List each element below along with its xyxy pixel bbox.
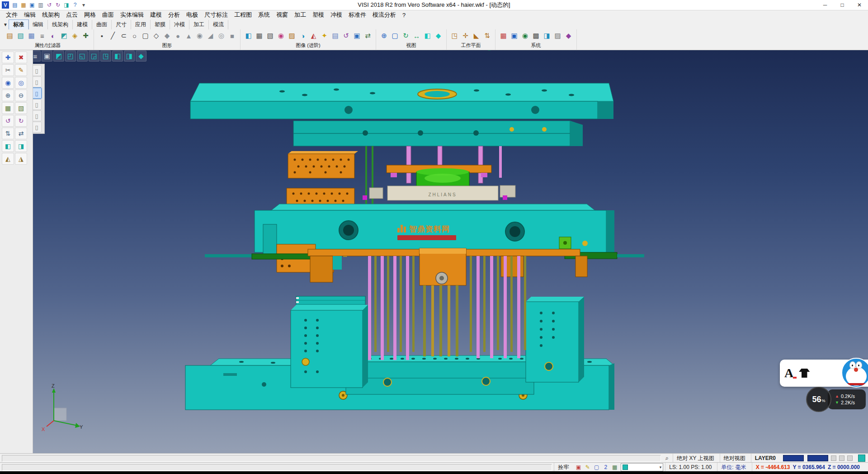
axonometric-view-icon[interactable]: ◆ (136, 51, 146, 62)
side-tool-icon-6[interactable]: ▯ (32, 122, 42, 133)
bottom-view-icon[interactable]: ◨ (124, 51, 135, 62)
selection-color-bar-2[interactable] (807, 455, 828, 461)
capture-icon[interactable]: ▣ (352, 30, 362, 41)
active-color-swatch[interactable] (858, 455, 865, 462)
menu-item-14[interactable]: 加工 (291, 10, 309, 20)
memory-percent-ball[interactable]: 56 % (806, 387, 831, 412)
filter-settings-icon[interactable]: ✚ (80, 30, 91, 41)
front-view-icon[interactable]: ◱ (77, 51, 88, 62)
menu-item-15[interactable]: 塑模 (309, 10, 327, 20)
workplane-align-icon[interactable]: ◣ (471, 30, 481, 41)
view-mode-indicator[interactable]: 绝对 XY 上视图 (673, 454, 717, 463)
section-view-icon[interactable]: ◭ (308, 30, 319, 41)
hatch-icon[interactable]: ▦ (2, 102, 14, 114)
menu-item-7[interactable]: 建模 (147, 10, 165, 20)
color-filter-icon[interactable]: ▧ (15, 30, 26, 41)
menu-item-5[interactable]: 曲面 (99, 10, 117, 20)
menu-item-13[interactable]: 视窗 (273, 10, 291, 20)
block-icon[interactable]: ■ (227, 30, 237, 41)
zoom-all-icon[interactable]: ⊕ (379, 30, 389, 41)
sketch-icon[interactable]: ✎ (15, 64, 27, 76)
layer-palette-icon[interactable]: ▦ (610, 463, 619, 471)
menu-item-8[interactable]: 分析 (165, 10, 183, 20)
trim-icon[interactable]: ✂ (2, 64, 14, 76)
properties-icon[interactable]: ◈ (70, 30, 80, 41)
tab-1[interactable]: 编辑 (28, 20, 48, 29)
screen-icon[interactable]: ▣ (42, 51, 52, 62)
arc-icon[interactable]: ⊂ (118, 30, 129, 41)
menu-item-0[interactable]: 文件 (3, 10, 21, 20)
tab-8[interactable]: 冲模 (170, 20, 189, 29)
circle-snap-icon[interactable]: ◎ (15, 77, 27, 89)
print-icon[interactable]: ▥ (37, 1, 45, 9)
color-layer-combo[interactable]: ▾ (621, 463, 663, 471)
tab-3[interactable]: 建模 (73, 20, 92, 29)
net-speed-readout[interactable]: ▲ 0.2K/s ▼ 2.2K/s (828, 389, 866, 409)
light-icon[interactable]: ✦ (319, 30, 330, 41)
menu-item-11[interactable]: 工程图 (231, 10, 255, 20)
attributes-icon[interactable]: ▤ (5, 30, 15, 41)
erase-icon[interactable]: ✖ (15, 52, 27, 63)
hidden-line-icon[interactable]: ▧ (265, 30, 275, 41)
close-button[interactable]: ✕ (851, 0, 868, 10)
side-tool-icon-3[interactable]: ▯ (32, 88, 42, 99)
matrix-icon[interactable]: ▩ (531, 30, 541, 41)
left-view-icon[interactable]: ◧ (112, 51, 123, 62)
texture-icon[interactable]: ▨ (287, 30, 297, 41)
raster-icon[interactable]: ▨ (552, 30, 563, 41)
maximize-button[interactable]: □ (834, 0, 851, 10)
system-palette-icon[interactable]: ▦ (498, 30, 509, 41)
workplane-icon[interactable]: ◳ (449, 30, 460, 41)
new-file-icon[interactable]: ▤ (11, 1, 19, 9)
undo-icon[interactable]: ↺ (45, 1, 53, 9)
selection-color-bar-1[interactable] (783, 455, 804, 461)
help-icon[interactable]: ? (71, 1, 79, 9)
shaded-view-icon[interactable]: ◧ (243, 30, 254, 41)
zoom-out-icon[interactable]: ⊖ (15, 90, 27, 101)
rotate-ccw-icon[interactable]: ↺ (2, 115, 14, 127)
sphere-icon[interactable]: ◉ (194, 30, 205, 41)
open-file-icon[interactable]: ▦ (19, 1, 28, 9)
status-mini-swatch-1[interactable] (831, 455, 836, 461)
menu-item-12[interactable]: 系统 (255, 10, 273, 20)
zoom-previous-icon[interactable]: ↺ (341, 30, 351, 41)
capture-image-icon[interactable]: ▣ (574, 463, 583, 471)
menu-item-18[interactable]: 模流分析 (369, 10, 399, 20)
front-view-button-icon[interactable]: ◧ (422, 30, 433, 41)
system-monitor-icon[interactable]: ▣ (509, 30, 519, 41)
side-tool-icon-5[interactable]: ▯ (32, 110, 42, 121)
menu-item-3[interactable]: 点云 (63, 10, 81, 20)
cylinder-icon[interactable]: ● (173, 30, 183, 41)
tab-0[interactable]: 标准 (9, 20, 28, 29)
tab-dropdown-icon[interactable]: ▼ (2, 22, 9, 27)
cone-up-icon[interactable]: ◭ (2, 153, 14, 165)
half-section-right-icon[interactable]: ◨ (15, 140, 27, 152)
zoom-window-icon[interactable]: ▢ (390, 30, 400, 41)
customize-toolbar-icon[interactable]: ▾ (80, 1, 88, 9)
back-view-icon[interactable]: ◳ (100, 51, 111, 62)
tab-9[interactable]: 加工 (189, 20, 209, 29)
point-icon[interactable]: • (97, 30, 107, 41)
cone-down-icon[interactable]: ◮ (15, 153, 27, 165)
circle-icon[interactable]: ○ (129, 30, 140, 41)
side-tool-icon-4[interactable]: ▯ (32, 99, 42, 110)
prism-icon[interactable]: ◆ (162, 30, 172, 41)
snapshot-icon[interactable]: ◨ (542, 30, 552, 41)
minimize-button[interactable]: ─ (816, 0, 834, 10)
edit-marker-icon[interactable]: ✎ (583, 463, 592, 471)
polygon-icon[interactable]: ◇ (151, 30, 161, 41)
iso-view-icon[interactable]: ◩ (53, 51, 64, 62)
tab-2[interactable]: 线架构 (48, 20, 73, 29)
background-icon[interactable]: ▤ (330, 30, 340, 41)
menu-item-17[interactable]: 标准件 (345, 10, 369, 20)
tab-4[interactable]: 曲面 (92, 20, 112, 29)
save-icon[interactable]: ▣ (28, 1, 36, 9)
widget-card[interactable]: A (780, 360, 868, 387)
menu-item-6[interactable]: 实体编辑 (117, 10, 147, 20)
wireframe-view-icon[interactable]: ▦ (254, 30, 264, 41)
workplane-flip-icon[interactable]: ⇅ (482, 30, 492, 41)
line-icon[interactable]: ╱ (108, 30, 118, 41)
status-mini-swatch-2[interactable] (839, 455, 844, 461)
absolute-view-indicator[interactable]: 绝对视图 (720, 454, 749, 463)
workplane-indicator-icon[interactable]: ▢ (592, 463, 601, 471)
